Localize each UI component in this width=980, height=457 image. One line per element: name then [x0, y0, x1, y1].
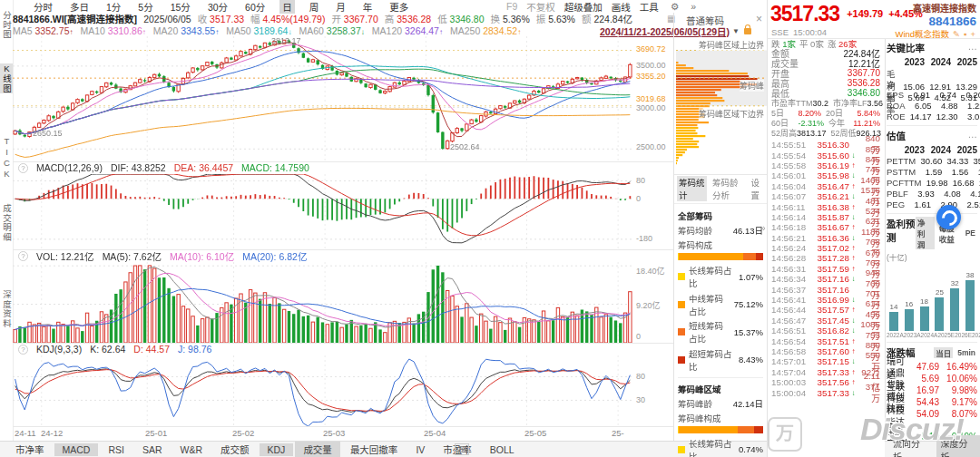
- chip-stats-tabs: 筹码统计筹码龄分析设置: [674, 174, 767, 204]
- help-icon[interactable]: ?: [18, 251, 28, 261]
- kdj-params[interactable]: KDJ(9,3,3): [36, 344, 82, 355]
- info-field: 开 3367.70: [331, 13, 377, 24]
- timeframe-tab[interactable]: 分时: [31, 0, 55, 14]
- timeframe-tab[interactable]: 日: [279, 0, 295, 14]
- collapse-panel-icon[interactable]: »: [760, 223, 766, 233]
- tick-direction-icon: ↓: [849, 326, 858, 335]
- sidebar-view-tab[interactable]: 深度资料: [0, 290, 13, 328]
- indicator-value: J: 98.76: [178, 344, 211, 355]
- macd-params[interactable]: MACD(12,26,9): [36, 162, 103, 173]
- more-options-icon[interactable]: …: [968, 41, 978, 54]
- timeframe-tab[interactable]: 1分: [103, 0, 123, 14]
- axis-label: 3000.00: [636, 103, 666, 112]
- more-options-icon[interactable]: …: [968, 129, 978, 142]
- tick-direction-icon: ↑: [849, 368, 858, 376]
- forecast-category: 2026E: [955, 332, 972, 338]
- stack-segment: [679, 426, 738, 433]
- volume-chart-canvas[interactable]: [13, 262, 632, 343]
- lock-icon[interactable]: [744, 28, 751, 34]
- indicator-tab[interactable]: BOLL: [482, 443, 523, 456]
- stat-row: 筹码均龄 46.13日: [678, 224, 763, 237]
- chip-peak-legend: 长线筹码占比 0.74% 中线筹码占比 69.52% 短线筹码占比 19.20%: [678, 437, 763, 457]
- forecast-tab[interactable]: PE: [964, 228, 977, 238]
- indicator-value: DEA: 36.4457: [174, 162, 233, 173]
- divider: [13, 161, 673, 162]
- toolbar-button[interactable]: F9: [506, 1, 517, 12]
- indicator-tab[interactable]: 最大回撤率: [342, 442, 407, 457]
- assistant-floating-button[interactable]: [936, 205, 961, 229]
- chip-stats-tab[interactable]: 设置: [750, 176, 764, 201]
- help-icon[interactable]: ?: [18, 345, 28, 355]
- indicator-tab[interactable]: W&R: [172, 443, 211, 456]
- sidebar-view-tab[interactable]: 分时图: [0, 11, 13, 40]
- timeframe-tab[interactable]: 60分: [242, 0, 268, 14]
- quote-row-value: 3367.70: [848, 68, 880, 78]
- stack-segment: [743, 253, 756, 260]
- timeframe-tab[interactable]: 5分: [135, 0, 155, 14]
- add-indicator-icon[interactable]: ⊞: [455, 443, 469, 455]
- add-icon[interactable]: +: [970, 29, 975, 39]
- chip-distribution-canvas[interactable]: [676, 36, 767, 172]
- metric-value: 18.67: [975, 178, 980, 188]
- axis-label: 2500.00: [636, 142, 666, 151]
- indicator-tab[interactable]: 成交量: [295, 442, 340, 457]
- section-title: 估值: [887, 129, 906, 142]
- indicator-tab[interactable]: KDJ: [260, 443, 294, 456]
- field-label: 开: [331, 14, 341, 24]
- close-icon[interactable]: ×: [756, 13, 762, 25]
- edit-icon[interactable]: ✎: [953, 29, 960, 39]
- forecast-tab[interactable]: 净利润: [916, 217, 935, 249]
- indicator-tab[interactable]: 市净率: [7, 442, 53, 457]
- metric-value: 0.74: [930, 90, 956, 100]
- metric-value: 1.56: [942, 167, 968, 177]
- kline-chart-canvas[interactable]: [13, 36, 632, 161]
- metric-label: PSTTM: [887, 167, 916, 177]
- square-icon[interactable]: ▪: [964, 29, 966, 39]
- help-icon[interactable]: ?: [18, 163, 28, 173]
- chip-stats-tab[interactable]: 筹码龄分析: [712, 176, 745, 201]
- timeframe-tab[interactable]: 更多: [387, 0, 411, 14]
- toolbar-button[interactable]: 不复权: [526, 0, 555, 14]
- timeframe-tab[interactable]: 年: [360, 0, 376, 14]
- chevron-down-icon[interactable]: ▼: [732, 27, 740, 35]
- indicator-tab-bar: 市净率 MACD RSI SAR W&R 成交额 KDJ 成交量 最大回撤率 I…: [0, 441, 767, 457]
- tick-direction-icon: ↑: [849, 203, 858, 211]
- indicator-tab[interactable]: RSI: [100, 443, 132, 456]
- kdj-chart-canvas[interactable]: [13, 355, 632, 426]
- toolbar-button[interactable]: 画线: [612, 0, 631, 14]
- indicator-tab[interactable]: 成交额: [212, 442, 258, 457]
- metric-label: PETTM: [887, 156, 916, 166]
- timeframe-tab[interactable]: 30分: [205, 0, 230, 14]
- symbol-label: 8841866.WI[高速铜连接指数]: [13, 13, 137, 24]
- metric-value: 4.88: [932, 101, 958, 111]
- legend-value: 1.07%: [739, 272, 763, 282]
- indicator-tab[interactable]: SAR: [134, 443, 171, 456]
- tick-direction-icon: ↑: [849, 244, 858, 252]
- metric-row: ROA 6.05 4.88 1.22: [887, 100, 977, 111]
- indicator-tab[interactable]: MACD: [54, 443, 99, 456]
- tick-time: 14:55:58: [771, 160, 811, 170]
- profit-forecast-categories: 2022A2023A2024A2025E2026E2027E: [887, 332, 977, 338]
- stock-pct: 16.49%: [939, 362, 977, 372]
- toolbar-button[interactable]: 超级叠加: [564, 0, 603, 14]
- forecast-unit: (十亿): [887, 251, 977, 262]
- timeframe-tab[interactable]: 多日: [67, 0, 92, 14]
- indicator-tab[interactable]: IV: [407, 443, 433, 456]
- timeframe-tab[interactable]: 15分: [168, 0, 193, 14]
- legend-swatch: [678, 356, 685, 364]
- tick-row[interactable]: 15:00:04 3517.33 ↓ 371万: [768, 387, 884, 397]
- macd-chart-canvas[interactable]: [13, 174, 632, 249]
- sidebar-view-tab[interactable]: TICK: [0, 136, 13, 180]
- movers-tab[interactable]: 当日: [934, 347, 953, 358]
- vol-current[interactable]: VOL: 12.21亿: [36, 249, 94, 263]
- chip-stats-tab[interactable]: 筹码统计: [677, 176, 707, 201]
- movers-tab[interactable]: 5min: [956, 348, 977, 357]
- tick-time: 14:55:51: [771, 140, 811, 150]
- timeframe-tab[interactable]: 月: [333, 0, 348, 14]
- axis-label: 9.20亿: [636, 299, 661, 311]
- timeframe-tab[interactable]: 周: [307, 0, 322, 14]
- legend-value: 8.43%: [739, 355, 763, 365]
- more-tools-icon[interactable]: »: [691, 1, 696, 12]
- sidebar-view-tab[interactable]: K线图: [0, 63, 13, 93]
- sidebar-view-tab[interactable]: 成交明细: [0, 204, 13, 242]
